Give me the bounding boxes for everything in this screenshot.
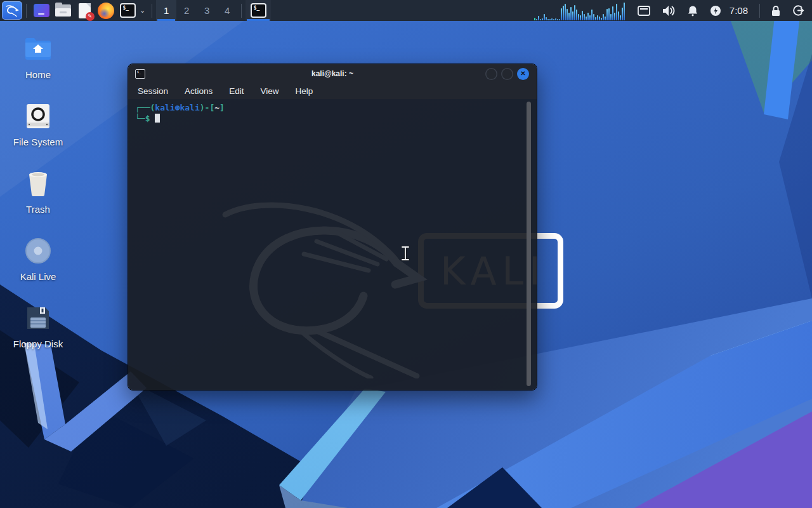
cpu-bar [572, 11, 573, 20]
menu-actions[interactable]: Actions [185, 86, 213, 96]
trash-icon [8, 169, 69, 198]
desktop-icon-label: Home [8, 69, 69, 80]
terminal-cursor [155, 114, 160, 123]
panel-separator [241, 4, 242, 18]
cpu-bar [612, 6, 613, 20]
close-button[interactable]: ✕ [517, 68, 529, 80]
display-icon[interactable] [638, 6, 650, 16]
taskbar-terminal-button[interactable]: $_ [246, 0, 271, 21]
cpu-bar [536, 19, 537, 20]
workspace-4[interactable]: 4 [217, 0, 237, 21]
desktop-icon-kali-live[interactable]: Kali Live [8, 236, 69, 282]
menu-help[interactable]: Help [296, 86, 313, 96]
workspace-2[interactable]: 2 [176, 0, 197, 21]
cpu-bar [608, 8, 610, 20]
drive-icon [8, 102, 69, 131]
desktop-icon-file-system[interactable]: File System [8, 102, 69, 147]
cpu-bar [618, 11, 619, 20]
kali-dragon-watermark [207, 188, 461, 378]
menu-session[interactable]: Session [138, 86, 168, 96]
cpu-graph[interactable] [534, 1, 623, 20]
cpu-bar [599, 17, 600, 20]
lock-icon[interactable] [771, 5, 781, 17]
terminal-scrollbar[interactable] [527, 102, 531, 386]
desktop-icon-home[interactable]: Home [8, 34, 69, 80]
desktop-icon-floppy-disk[interactable]: Floppy Disk [8, 304, 69, 349]
maximize-button[interactable] [501, 68, 513, 80]
cpu-bar [601, 18, 602, 20]
terminal-app-icon: $_ [135, 69, 145, 79]
disc-icon [8, 236, 69, 265]
launcher-app-window[interactable] [32, 2, 50, 20]
cpu-bar [610, 14, 612, 20]
window-title: kali@kali: ~ [128, 69, 537, 78]
pencil-badge-icon: ✎ [86, 12, 95, 21]
volume-icon[interactable] [662, 5, 676, 17]
terminal-body[interactable]: ┌──(kali⊛kali)-[~]└─$ [128, 99, 537, 391]
cpu-bar [584, 14, 585, 20]
launcher-file-manager[interactable] [54, 2, 72, 20]
cpu-bar [534, 18, 535, 20]
cpu-bar [606, 9, 608, 20]
folder-icon [55, 4, 71, 17]
logout-icon[interactable] [792, 4, 804, 17]
firefox-icon [98, 3, 114, 19]
cpu-bar [586, 17, 587, 20]
cpu-bar [565, 4, 566, 20]
cpu-bar [566, 9, 568, 20]
cpu-bar [542, 18, 543, 20]
chevron-down-icon[interactable]: ⌄ [140, 6, 145, 15]
desktop-icon-label: Kali Live [8, 271, 69, 282]
cpu-bar [591, 10, 593, 20]
home-folder-icon [8, 34, 69, 64]
window-titlebar[interactable]: $_ kali@kali: ~ ✕ [128, 64, 537, 83]
terminal-icon: $_ [251, 3, 266, 18]
cpu-bar [624, 3, 625, 20]
terminal-window: $_ kali@kali: ~ ✕ Session Actions Edit V… [128, 64, 537, 391]
floppy-icon [8, 304, 69, 333]
cpu-bar [555, 18, 556, 20]
cpu-bar [605, 17, 606, 20]
menu-edit[interactable]: Edit [229, 86, 244, 96]
desktop-icon-label: File System [8, 137, 69, 147]
cpu-bar [578, 14, 579, 20]
cpu-bar [582, 11, 583, 20]
cpu-bar [568, 13, 570, 20]
cpu-bar [576, 10, 577, 20]
ibeam-mouse-cursor [400, 245, 411, 262]
cpu-bar [557, 19, 558, 20]
cpu-bar [570, 7, 572, 20]
cpu-bar [620, 15, 621, 20]
launcher-terminal[interactable]: $_ [119, 2, 136, 20]
cpu-bar [540, 19, 541, 20]
window-menubar: Session Actions Edit View Help [128, 83, 537, 99]
cpu-bar [538, 16, 539, 20]
cpu-bar [622, 8, 623, 20]
panel-separator [759, 4, 760, 18]
applications-menu-button[interactable] [2, 1, 22, 20]
cpu-bar [553, 19, 554, 20]
cpu-bar [603, 14, 604, 20]
minimize-button[interactable] [485, 68, 497, 80]
document-icon: ✎ [79, 3, 91, 18]
clock[interactable]: 7:08 [730, 5, 748, 16]
cpu-bar [595, 17, 596, 20]
top-panel: ✎ $_ ⌄ 1 2 3 4 $_ [0, 0, 812, 21]
menu-view[interactable]: View [261, 86, 279, 96]
launcher-text-editor[interactable]: ✎ [75, 2, 93, 20]
workspace-1[interactable]: 1 [156, 0, 176, 21]
launcher-firefox[interactable] [97, 2, 115, 20]
shell-prompt: ┌──(kali⊛kali)-[~]└─$ [135, 102, 225, 124]
power-manager-icon[interactable] [710, 5, 721, 17]
app-window-icon [34, 4, 49, 17]
desktop-icon-label: Floppy Disk [8, 338, 69, 349]
workspace-3[interactable]: 3 [197, 0, 217, 21]
cpu-bar [616, 4, 617, 20]
system-tray: 7:08 [534, 0, 812, 21]
cpu-bar [614, 13, 615, 20]
desktop-icon-trash[interactable]: Trash [8, 169, 69, 215]
terminal-icon: $_ [120, 3, 136, 18]
notifications-icon[interactable] [687, 5, 698, 17]
cpu-bar [547, 19, 549, 20]
cpu-bar [593, 14, 594, 20]
